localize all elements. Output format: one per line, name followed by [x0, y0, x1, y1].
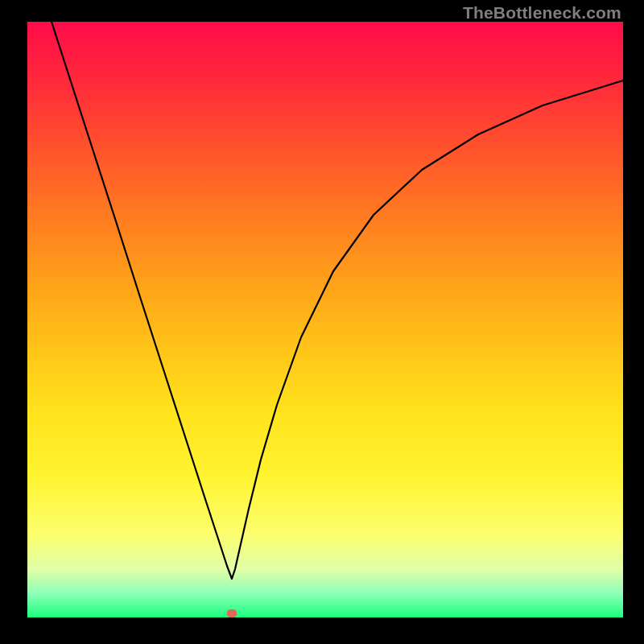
- plot-area: [27, 22, 623, 617]
- optimum-marker: [227, 609, 237, 617]
- bottleneck-curve: [52, 22, 623, 579]
- chart-frame: TheBottleneck.com: [0, 0, 644, 644]
- curve-svg: [27, 22, 623, 617]
- watermark-text: TheBottleneck.com: [463, 3, 621, 23]
